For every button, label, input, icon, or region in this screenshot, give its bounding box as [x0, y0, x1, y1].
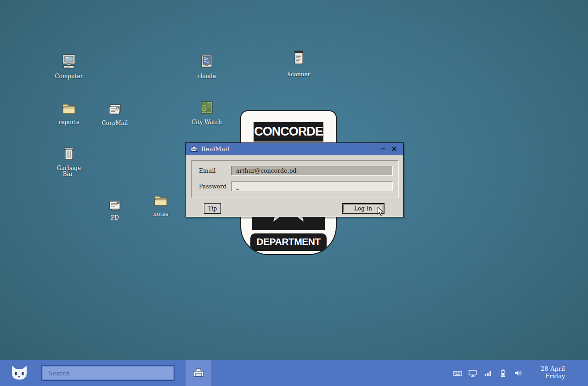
realmail-window: RealMail − × Email Password Tip Log In [185, 142, 404, 217]
desktop-icon-label: Computer [51, 74, 87, 79]
desktop-icon-label: claude [188, 74, 225, 79]
window-title: RealMail [201, 146, 378, 153]
computer-icon [51, 51, 87, 72]
speaker-icon[interactable] [514, 369, 523, 377]
minimize-button[interactable]: − [378, 143, 389, 155]
signal-bars-icon[interactable] [483, 369, 492, 377]
city-map-icon [188, 97, 225, 118]
desktop-icon-label: notes [142, 211, 179, 217]
desktop-icon-pd[interactable]: PD [96, 193, 133, 221]
password-field[interactable] [231, 182, 393, 191]
email-label: Email [199, 167, 231, 174]
keyboard-icon[interactable] [453, 369, 462, 377]
clock-day-line: Friday [541, 373, 565, 380]
desktop-icon-label: Garbage Bin_ [56, 165, 82, 177]
folder-icon [142, 189, 179, 210]
clock-date-line: 28 April [541, 365, 565, 373]
tip-button[interactable]: Tip [204, 203, 221, 214]
close-button[interactable]: × [389, 143, 400, 155]
badge-text-department: DEPARTMENT [250, 233, 327, 251]
desktop-icon-label: Xcanner [280, 72, 317, 78]
system-tray [453, 360, 523, 386]
password-label: Password [199, 183, 231, 190]
folder-icon [51, 97, 87, 118]
start-cat-logo[interactable] [10, 365, 28, 383]
desktop-icon-label: PD [96, 215, 133, 221]
desktop-icon-citywatch[interactable]: City Watch [188, 97, 225, 125]
login-form-panel: Email Password [191, 160, 399, 198]
display-icon[interactable] [468, 369, 477, 377]
desktop-icon-reports[interactable]: reports [51, 97, 87, 125]
taskbar-item-realmail[interactable] [186, 360, 211, 386]
desktop-icon-claude[interactable]: claude [188, 51, 225, 79]
desktop-icon-label: CorpMail [96, 120, 133, 126]
badge-text-concorde: CONCORDE [254, 122, 323, 142]
scanner-document-icon [280, 50, 317, 70]
search-input[interactable] [41, 365, 175, 381]
desktop-icon-corpmail[interactable]: CorpMail [96, 98, 133, 126]
realmail-icon [190, 146, 198, 153]
email-field[interactable] [231, 166, 393, 176]
letter-icon [96, 193, 133, 213]
mouse-cursor [377, 207, 384, 218]
desktop-icon-label: reports [51, 119, 87, 125]
taskbar: 28 April Friday [0, 360, 588, 386]
desktop-icon-xcanner[interactable]: Xcanner [280, 50, 317, 78]
trash-bin-icon [51, 143, 87, 164]
desktop-icon-computer[interactable]: Computer [51, 51, 87, 79]
desktop-icon-label: City Watch [188, 119, 225, 125]
clock-date: 28 April Friday [541, 365, 565, 380]
desktop-icon-garbage-bin[interactable]: Garbage Bin_ [51, 143, 87, 177]
mail-letter-icon [96, 98, 133, 119]
realmail-titlebar[interactable]: RealMail − × [186, 143, 403, 155]
terminal-icon [188, 51, 225, 72]
battery-icon[interactable] [498, 369, 508, 377]
desktop-icon-notes[interactable]: notes [142, 189, 179, 217]
